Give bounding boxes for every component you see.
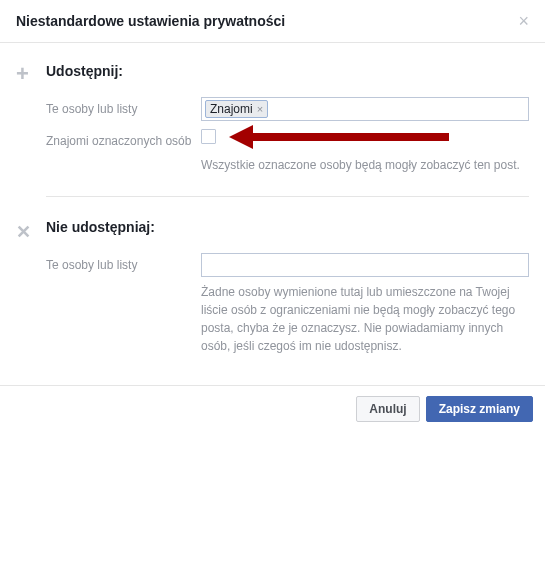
close-icon[interactable]: × — [518, 12, 529, 30]
share-tagged-row: Znajomi oznaczonych osób — [46, 129, 529, 150]
svg-rect-0 — [249, 133, 449, 141]
dialog-header: Niestandardowe ustawienia prywatności × — [0, 0, 545, 43]
share-people-label: Te osoby lub listy — [46, 97, 201, 118]
dont-share-people-input[interactable] — [201, 253, 529, 277]
share-helper-text: Wszystkie oznaczone osoby będą mogły zob… — [201, 156, 529, 174]
dialog-title: Niestandardowe ustawienia prywatności — [16, 13, 285, 29]
annotation-arrow — [229, 125, 459, 149]
dialog-body: Udostępnij: Te osoby lub listy Znajomi × — [0, 43, 545, 355]
token-remove-icon[interactable]: × — [257, 104, 263, 115]
share-people-input[interactable]: Znajomi × — [201, 97, 529, 121]
privacy-dialog: Niestandardowe ustawienia prywatności × … — [0, 0, 545, 432]
token-label: Znajomi — [210, 102, 253, 116]
token-friends[interactable]: Znajomi × — [205, 100, 268, 118]
plus-icon — [16, 63, 46, 174]
share-people-row: Te osoby lub listy Znajomi × — [46, 97, 529, 121]
dont-share-people-label: Te osoby lub listy — [46, 253, 201, 274]
share-title: Udostępnij: — [46, 63, 529, 79]
svg-marker-1 — [229, 125, 253, 149]
dont-share-section: Nie udostępniaj: Te osoby lub listy Żadn… — [16, 219, 529, 355]
tagged-friends-checkbox[interactable] — [201, 129, 216, 144]
x-icon — [16, 219, 46, 355]
dont-share-people-row: Te osoby lub listy — [46, 253, 529, 277]
dont-share-helper-text: Żadne osoby wymienione tutaj lub umieszc… — [201, 283, 529, 355]
cancel-button[interactable]: Anuluj — [356, 396, 419, 422]
save-button[interactable]: Zapisz zmiany — [426, 396, 533, 422]
dialog-footer: Anuluj Zapisz zmiany — [0, 385, 545, 432]
share-section: Udostępnij: Te osoby lub listy Znajomi × — [16, 63, 529, 174]
dont-share-title: Nie udostępniaj: — [46, 219, 529, 235]
share-tagged-label: Znajomi oznaczonych osób — [46, 129, 201, 150]
section-divider — [46, 196, 529, 197]
